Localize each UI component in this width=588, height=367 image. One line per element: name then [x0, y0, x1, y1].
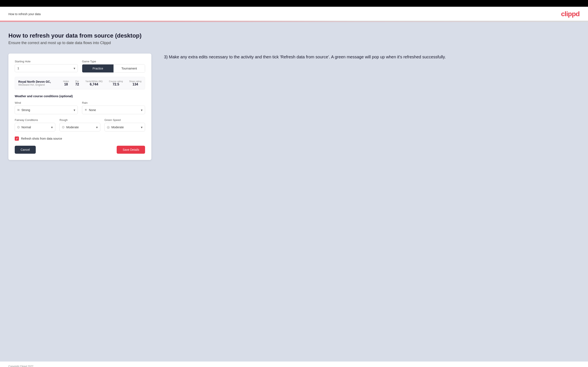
game-type-group: Game Type Practice Tournament: [82, 60, 145, 73]
course-rating-value: 72.5: [113, 83, 119, 86]
wind-select[interactable]: ≋ Strong: [15, 106, 78, 114]
starting-hole-group: Starting Hole 1: [15, 60, 78, 73]
wind-label: Wind: [15, 101, 78, 104]
green-speed-select[interactable]: ◎ Moderate: [104, 123, 145, 131]
side-note: 3) Make any extra edits necessary to the…: [164, 54, 579, 60]
slope-rating-stat: Slope rating 134: [129, 80, 141, 86]
holes-value: 18: [64, 83, 68, 86]
green-speed-label: Green Speed: [104, 118, 145, 122]
fairway-label: Fairway Conditions: [15, 118, 55, 122]
par-label: Par: [75, 80, 79, 83]
logo: clippd: [561, 10, 579, 18]
tournament-button[interactable]: Tournament: [113, 65, 145, 72]
rough-select[interactable]: ⊙ Moderate: [60, 123, 100, 131]
copyright-text: Copyright Clippd 2022: [9, 365, 34, 367]
breadcrumb: How to refresh your data: [9, 12, 41, 16]
rough-value: Moderate: [66, 125, 79, 129]
course-name: Royal North Devon GC,: [18, 80, 51, 83]
page-title: How to refresh your data from source (de…: [9, 32, 579, 39]
green-speed-value: Moderate: [112, 125, 124, 129]
wind-value: Strong: [21, 108, 30, 112]
footer: Copyright Clippd 2022: [0, 362, 588, 367]
starting-hole-label: Starting Hole: [15, 60, 78, 63]
holes-label: Holes: [63, 80, 69, 83]
refresh-checkbox-row: Refresh shots from data source: [15, 136, 145, 141]
slope-rating-label: Slope rating: [129, 80, 141, 83]
rough-icon: ⊙: [62, 125, 65, 129]
green-speed-icon: ◎: [107, 125, 110, 129]
course-info-row: Royal North Devon GC, Westward Ho!, Engl…: [15, 77, 145, 89]
yards-label: Yards/White (M)): [85, 80, 103, 83]
weather-section-title: Weather and course conditions (optional): [15, 94, 145, 98]
fairway-group: Fairway Conditions ⊙ Normal: [15, 118, 55, 131]
yards-value: 6,744: [90, 83, 98, 86]
slope-rating-value: 134: [132, 83, 138, 86]
yards-stat: Yards/White (M)) 6,744: [85, 80, 103, 86]
green-speed-group: Green Speed ◎ Moderate: [104, 118, 145, 131]
course-rating-stat: Course rating 72.5: [109, 80, 123, 86]
par-value: 72: [75, 83, 79, 86]
fairway-icon: ⊙: [17, 125, 20, 129]
game-type-label: Game Type: [82, 60, 145, 63]
rain-group: Rain ☀ None: [82, 101, 145, 114]
rain-select[interactable]: ☀ None: [82, 106, 145, 114]
course-details: Royal North Devon GC, Westward Ho!, Engl…: [18, 80, 51, 86]
course-stats: Holes 18 Par 72 Yards/White (M)) 6,744 C…: [63, 80, 141, 86]
save-button[interactable]: Save Details: [117, 146, 145, 154]
rain-icon: ☀: [84, 108, 87, 112]
header: How to refresh your data clippd: [0, 7, 588, 22]
fairway-value: Normal: [21, 125, 31, 129]
refresh-checkbox[interactable]: [15, 136, 19, 141]
course-rating-label: Course rating: [109, 80, 123, 83]
rain-label: Rain: [82, 101, 145, 104]
course-location: Westward Ho!, England: [18, 83, 51, 86]
wind-icon: ≋: [17, 108, 20, 112]
holes-stat: Holes 18: [63, 80, 69, 86]
refresh-checkbox-label: Refresh shots from data source: [21, 137, 62, 140]
button-row: Cancel Save Details: [15, 146, 145, 154]
rough-group: Rough ⊙ Moderate: [60, 118, 100, 131]
par-stat: Par 72: [75, 80, 79, 86]
weather-section: Weather and course conditions (optional)…: [15, 94, 145, 131]
fairway-select[interactable]: ⊙ Normal: [15, 123, 55, 131]
starting-hole-select[interactable]: 1: [15, 64, 78, 72]
main-content: How to refresh your data from source (de…: [0, 22, 588, 362]
top-bar: [0, 0, 588, 7]
rain-value: None: [89, 108, 96, 112]
practice-button[interactable]: Practice: [82, 65, 113, 72]
form-card: Starting Hole 1 Game Type Practice Tourn…: [9, 54, 151, 160]
wind-group: Wind ≋ Strong: [15, 101, 78, 114]
rough-label: Rough: [60, 118, 100, 122]
page-subtitle: Ensure the correct and most up to date d…: [9, 41, 579, 45]
cancel-button[interactable]: Cancel: [15, 146, 36, 154]
